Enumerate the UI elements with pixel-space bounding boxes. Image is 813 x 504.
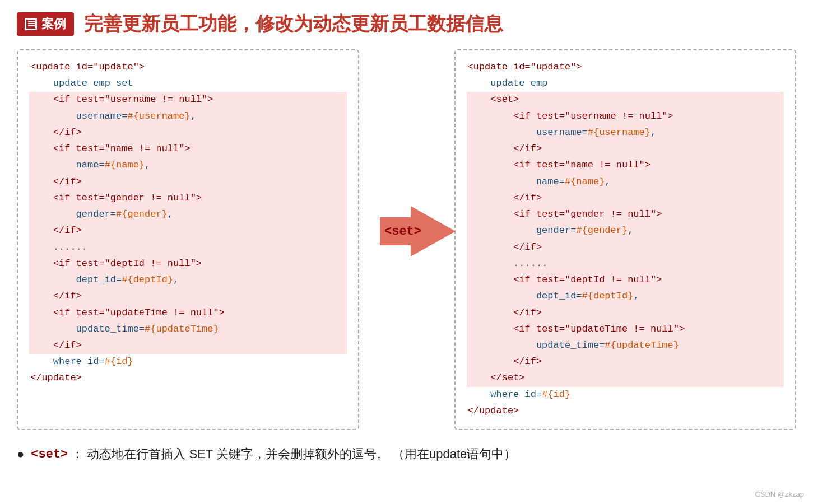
code-line: <if test="gender != null"> xyxy=(29,190,347,207)
left-panel: <update id="update"> update emp set <if … xyxy=(17,49,359,430)
code-line: <set> xyxy=(467,92,784,108)
code-line: where id=#{id} xyxy=(29,354,347,370)
badge-label: 案例 xyxy=(41,16,66,32)
code-line: gender=#{gender}, xyxy=(29,207,347,223)
desc-colon: ： xyxy=(71,446,83,463)
code-line: update_time=#{updateTime} xyxy=(467,338,784,354)
code-line: <if test="name != null"> xyxy=(467,157,784,174)
code-line: </if> xyxy=(467,240,784,256)
code-line: dept_id=#{deptId}, xyxy=(29,272,347,288)
code-line: update emp set xyxy=(29,76,347,92)
arrow-shape: <set> xyxy=(380,206,456,256)
code-line: <if test="name != null"> xyxy=(29,141,347,157)
code-line: ...... xyxy=(467,256,784,272)
code-line: </if> xyxy=(467,190,784,207)
left-code: <update id="update"> update emp set <if … xyxy=(29,59,347,387)
code-line: <if test="updateTime != null"> xyxy=(29,305,347,321)
code-line: dept_id=#{deptId}, xyxy=(467,288,784,305)
code-line: <if test="updateTime != null"> xyxy=(467,321,784,338)
right-code: <update id="update"> update emp <set> <i… xyxy=(467,59,784,419)
code-line: <if test="username != null"> xyxy=(467,109,784,125)
code-line: </if> xyxy=(29,288,347,305)
desc-text: 动态地在行首插入 SET 关键字，并会删掉额外的逗号。 （用在update语句中… xyxy=(87,446,516,463)
code-line: <if test="username != null"> xyxy=(29,92,347,108)
code-line: <update id="update"> xyxy=(467,59,784,76)
code-line: </if> xyxy=(467,141,784,157)
code-line: name=#{name}, xyxy=(29,157,347,174)
bullet: ● xyxy=(17,447,24,461)
code-line: </if> xyxy=(29,338,347,354)
code-line: </update> xyxy=(467,403,784,419)
watermark: CSDN @zkzap xyxy=(755,490,804,498)
right-panel: <update id="update"> update emp <set> <i… xyxy=(454,49,797,430)
code-line: ...... xyxy=(29,240,347,256)
code-line: </if> xyxy=(467,354,784,370)
code-line: where id=#{id} xyxy=(467,387,784,403)
code-line: <if test="gender != null"> xyxy=(467,207,784,223)
code-line: </if> xyxy=(29,223,347,239)
desc-tag: <set> xyxy=(31,447,68,461)
description: ● <set> ： 动态地在行首插入 SET 关键字，并会删掉额外的逗号。 （用… xyxy=(17,446,796,463)
arrow-container: <set> xyxy=(382,49,454,256)
code-line: gender=#{gender}, xyxy=(467,223,784,239)
code-line: username=#{username}, xyxy=(29,109,347,125)
case-badge: 案例 xyxy=(17,12,74,36)
code-line: name=#{name}, xyxy=(467,174,784,190)
code-line: </if> xyxy=(467,305,784,321)
code-line: </if> xyxy=(29,174,347,190)
code-line: <if test="deptId != null"> xyxy=(29,256,347,272)
code-line: </if> xyxy=(29,125,347,141)
code-line: <if test="deptId != null"> xyxy=(467,272,784,288)
page-title: 完善更新员工功能，修改为动态更新员工数据信息 xyxy=(84,11,503,37)
panels-container: <update id="update"> update emp set <if … xyxy=(17,49,796,430)
code-line: </update> xyxy=(29,370,347,386)
code-line: </set> xyxy=(467,370,784,386)
code-line: update_time=#{updateTime} xyxy=(29,321,347,338)
code-line: update emp xyxy=(467,76,784,92)
code-line: <update id="update"> xyxy=(29,59,347,76)
code-line: username=#{username}, xyxy=(467,125,784,141)
header: 案例 完善更新员工功能，修改为动态更新员工数据信息 xyxy=(17,11,796,37)
arrow-label: <set> xyxy=(384,225,421,239)
doc-icon xyxy=(25,18,37,30)
page: 案例 完善更新员工功能，修改为动态更新员工数据信息 <update id="up… xyxy=(0,0,813,504)
